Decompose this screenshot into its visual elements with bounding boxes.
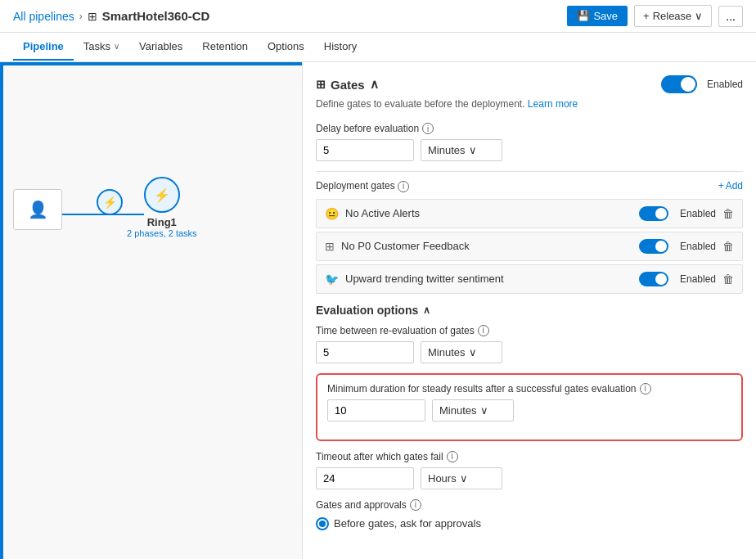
delay-unit-text: Minutes (428, 144, 466, 156)
min-duration-info-icon[interactable]: i (640, 383, 651, 394)
gates-collapse-icon[interactable]: ∧ (370, 77, 379, 92)
gates-approvals-info-icon[interactable]: i (410, 499, 421, 511)
tab-tasks[interactable]: Tasks ∨ (74, 34, 129, 61)
eval-options-label: Evaluation options (316, 304, 418, 317)
gate-2-icon: ⊞ (325, 240, 335, 253)
header: All pipelines › ⊞ SmartHotel360-CD 💾 Sav… (0, 0, 756, 33)
tab-pipeline[interactable]: Pipeline (13, 34, 74, 61)
min-duration-select[interactable]: Minutes ∨ (432, 399, 514, 422)
pipeline-name: SmartHotel360-CD (102, 9, 210, 23)
pipeline-icon: ⊞ (88, 10, 97, 23)
gate-3-actions: Enabled 🗑 (639, 272, 734, 286)
pipeline-canvas: 👤 ⚡ ⚡ Ring1 2 phases, 2 tasks (0, 62, 303, 559)
time-between-label-text: Time between re-evaluation of gates (316, 325, 475, 336)
delay-info-icon[interactable]: i (422, 123, 434, 134)
time-between-info-icon[interactable]: i (478, 325, 489, 336)
gate-item-1: 😐 No Active Alerts Enabled 🗑 (316, 199, 743, 228)
deployment-gates-info-icon[interactable]: i (398, 181, 409, 192)
min-duration-row: Minutes ∨ (327, 399, 731, 422)
tab-options[interactable]: Options (258, 34, 314, 61)
tab-retention[interactable]: Retention (192, 34, 258, 61)
save-button[interactable]: 💾 Save (567, 6, 628, 26)
pre-deployment-icon[interactable]: ⚡ (97, 189, 123, 215)
timeout-unit-dropdown-icon: ∨ (460, 472, 468, 485)
header-left: All pipelines › ⊞ SmartHotel360-CD (13, 9, 209, 23)
release-label: Release (653, 10, 692, 22)
delay-row: Minutes ∨ (316, 139, 743, 161)
gate-3-name: Upward trending twitter sentiment (345, 273, 639, 285)
tab-variables[interactable]: Variables (129, 34, 192, 61)
min-duration-label: Minimum duration for steady results afte… (327, 383, 731, 394)
gates-approvals-label-text: Gates and approvals (316, 499, 407, 511)
gates-desc-text: Define gates to evaluate before the depl… (316, 98, 525, 110)
before-gates-radio[interactable] (316, 517, 329, 530)
timeout-info-icon[interactable]: i (447, 451, 458, 462)
timeout-unit-select[interactable]: Hours ∨ (421, 467, 502, 489)
min-duration-input[interactable] (327, 399, 425, 422)
deployment-gates-section: Deployment gates i + Add (316, 180, 743, 192)
all-pipelines-link[interactable]: All pipelines (13, 10, 74, 23)
eval-options-collapse-icon: ∧ (423, 304, 430, 316)
stage-person-icon: ⚡ (154, 187, 170, 203)
canvas-inner: 👤 ⚡ ⚡ Ring1 2 phases, 2 tasks (0, 62, 302, 559)
gate-3-delete-icon[interactable]: 🗑 (722, 273, 734, 286)
lightning-icon: ⚡ (103, 196, 117, 209)
breadcrumb-chevron-icon: › (79, 11, 83, 22)
eval-options-header[interactable]: Evaluation options ∧ (316, 304, 743, 317)
gate-2-actions: Enabled 🗑 (639, 239, 734, 254)
learn-more-link[interactable]: Learn more (528, 98, 578, 110)
save-disk-icon: 💾 (577, 10, 590, 22)
tab-tasks-label: Tasks (83, 40, 110, 52)
stage-node[interactable]: ⚡ Ring1 2 phases, 2 tasks (127, 177, 197, 238)
time-between-label: Time between re-evaluation of gates i (316, 325, 743, 336)
time-between-select[interactable]: Minutes ∨ (421, 341, 502, 363)
tasks-dropdown-icon: ∨ (114, 42, 119, 51)
nav-tabs: Pipeline Tasks ∨ Variables Retention Opt… (0, 33, 756, 62)
min-duration-dropdown-icon: ∨ (480, 404, 488, 417)
timeout-label-text: Timeout after which gates fail (316, 451, 443, 462)
plus-icon: + (643, 10, 650, 22)
gates-icon: ⊞ (316, 78, 326, 91)
release-button[interactable]: + Release ∨ (634, 5, 712, 27)
gate-2-toggle[interactable] (639, 239, 668, 254)
divider-1 (316, 171, 743, 172)
tab-history[interactable]: History (314, 34, 367, 61)
enabled-label: Enabled (707, 79, 743, 90)
before-gates-option[interactable]: Before gates, ask for approvals (316, 517, 743, 530)
gate-3-enabled-label: Enabled (680, 273, 716, 285)
timeout-unit-text: Hours (428, 472, 457, 485)
tab-variables-label: Variables (139, 40, 182, 52)
gates-enabled-toggle[interactable] (661, 75, 697, 93)
add-label: Add (726, 180, 743, 192)
timeout-input[interactable] (316, 467, 414, 489)
time-between-row: Minutes ∨ (316, 341, 743, 363)
min-duration-unit-text: Minutes (439, 404, 477, 417)
gate-1-toggle[interactable] (639, 206, 668, 221)
header-right: 💾 Save + Release ∨ ... (567, 5, 743, 27)
time-between-dropdown-icon: ∨ (469, 346, 477, 358)
delay-label: Delay before evaluation i (316, 123, 743, 134)
gate-1-icon: 😐 (325, 207, 339, 220)
gate-item-3: 🐦 Upward trending twitter sentiment Enab… (316, 264, 743, 294)
stage-info: 2 phases, 2 tasks (127, 228, 197, 238)
gate-2-knob (655, 241, 667, 252)
stage-name: Ring1 (147, 216, 177, 228)
gate-3-knob (655, 273, 667, 285)
gate-1-delete-icon[interactable]: 🗑 (722, 207, 734, 220)
gates-title-text: Gates (331, 78, 365, 92)
gates-header: ⊞ Gates ∧ Enabled (316, 75, 743, 93)
time-between-input[interactable] (316, 341, 414, 363)
gate-1-knob (655, 208, 667, 219)
add-gate-button[interactable]: + Add (718, 180, 743, 192)
timeout-label: Timeout after which gates fail i (316, 451, 743, 462)
artifact-icon: 👤 (28, 200, 48, 219)
gate-2-delete-icon[interactable]: 🗑 (722, 240, 734, 253)
gate-3-toggle[interactable] (639, 272, 668, 286)
delay-unit-select[interactable]: Minutes ∨ (421, 139, 502, 161)
before-gates-radio-dot (319, 521, 326, 527)
delay-value-input[interactable] (316, 139, 414, 161)
more-button[interactable]: ... (718, 6, 743, 27)
gate-1-enabled-label: Enabled (680, 208, 716, 219)
stage-icon: ⚡ (144, 177, 180, 213)
release-dropdown-icon: ∨ (695, 10, 703, 22)
